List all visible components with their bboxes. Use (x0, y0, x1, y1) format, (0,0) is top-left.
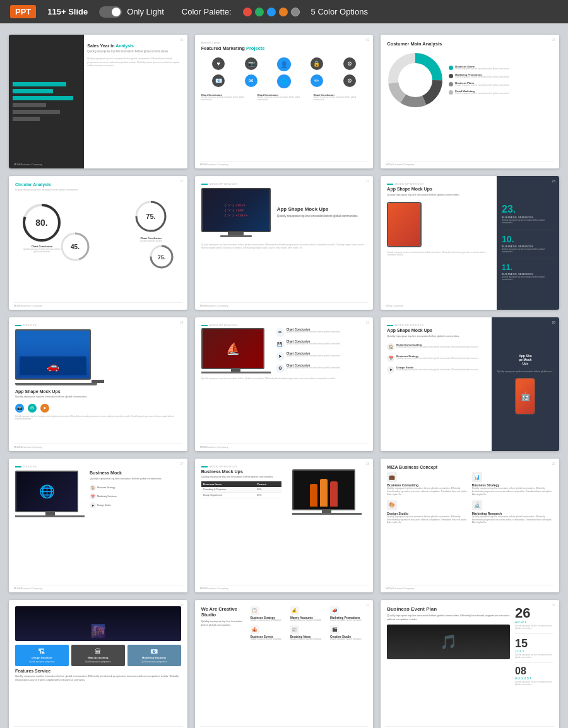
slide-11[interactable]: 28 Mock Up Devices Business Mock Ups Qui… (195, 459, 374, 592)
date-3-month: AUGUST (515, 676, 553, 680)
slide-9-feat-text-1: Business Consulting Quickly repurpose to… (396, 343, 478, 349)
slide-10-inner: 27 Devices 🌐 Business Mock Quickly re (9, 459, 187, 592)
slide-6-footer: MIZA Company (386, 304, 403, 307)
svg-text:75.: 75. (157, 254, 165, 261)
stat-1: 23. Business Services Quickly repurpose … (502, 204, 554, 225)
slide-3-title: Costumer Main Analysis (387, 41, 553, 47)
dot-gray[interactable] (291, 8, 300, 16)
topbar: PPT 115+ Slide Only Light Color Palette:… (0, 0, 568, 23)
legend-item-2: Marketing Promotions Quickly repurpose t… (449, 73, 509, 79)
slide-9-features: 🏠 Business Consulting Quickly repurpose … (387, 343, 485, 373)
feature-icon-3: ➤ (276, 352, 285, 361)
biz-item-4: 🔬 Marketing Research Quickly repurpose t… (472, 500, 553, 525)
feat-sym-10-1: 🏠 (91, 486, 95, 490)
slide-14[interactable]: 31 We Are Creative Studio Quickly repurp… (195, 600, 374, 728)
boat-bg: ⛵ (203, 329, 263, 368)
stat-3-num: 11. (502, 264, 554, 271)
studio-item-4: 🎪 Business Events Quickly repurpose top-… (251, 625, 287, 641)
slide-10-feat-icon-1: 🏠 (90, 484, 96, 491)
bar-6 (13, 117, 80, 121)
dot-blue[interactable] (267, 8, 276, 16)
studio-icon-3: 📣 (330, 606, 339, 615)
slide-5[interactable]: 22 Mock Up Devices {'>'} <div>{'>'} code… (195, 176, 374, 310)
slide-7[interactable]: 24 Devices 🚗 App Shape Mock Ups Quickly … (9, 317, 187, 451)
slide-4[interactable]: 21 Circular Analysis Quickly repurpose t… (9, 176, 187, 310)
slide-10[interactable]: 27 Devices 🌐 Business Mock Quickly re (9, 459, 187, 592)
slide-12-inner: 29 MIZA Business Concept 💼 Business Cons… (381, 459, 559, 592)
car-shape: 🚗 (20, 356, 86, 375)
slide-4-inner: 21 Circular Analysis Quickly repurpose t… (9, 176, 187, 310)
slide-1-text: Sales Year in Analysis Quickly repurpose… (87, 44, 184, 68)
legend-item-4: Email Marketing Quickly repurpose top-li… (449, 90, 509, 95)
service-icon-3: 📧 (150, 648, 158, 655)
slide-13[interactable]: 30 🌆 🏗 Design Structure Quickly repurpos… (9, 600, 187, 728)
tablet-frame (387, 202, 422, 247)
slide-15[interactable]: 32 Business Event Plan Quickly repurpose… (381, 600, 559, 728)
icon-circle-dark-3: 🔒 (311, 57, 323, 70)
studio-desc-5: Quickly repurpose top-line innovation (290, 638, 327, 641)
slide-1[interactable]: Sales Year in Analysis Quickly repurpose… (9, 35, 187, 168)
svg-text:45.: 45. (71, 244, 80, 250)
feature-icon-2: 💾 (276, 340, 285, 349)
chart-label-3: Chart Conclusion Quickly repurpose top-l… (313, 93, 367, 102)
slide-7-section: Devices (15, 324, 181, 327)
service-icon-1: 🏗 (38, 648, 45, 655)
slide-12[interactable]: 29 MIZA Business Concept 💼 Business Cons… (381, 459, 559, 592)
slide-9-feat-icon-2: 📅 (387, 355, 394, 362)
slide-15-num: 32 (552, 603, 555, 607)
feat-sym-3: ➤ (389, 367, 393, 372)
slide-4-subtitle: Quickly repurpose top-line innovation be… (15, 189, 181, 191)
laptop-screen: 🚗 (15, 329, 91, 380)
studio-desc-3: Quickly repurpose top-line innovation (330, 619, 367, 622)
slide-10-text: Business Mock Quickly repurpose top-line… (90, 471, 162, 508)
studio-item-6: 🎬 Creative Studio Quickly repurpose top-… (330, 625, 367, 641)
feat-sym-2: 📅 (389, 356, 393, 360)
slide-9-right-title: App Shape MockUps (519, 354, 531, 365)
slide-12-num: 29 (552, 462, 555, 466)
studio-icon-6: 🎬 (330, 625, 339, 634)
feature-content-4: Chart Conclusion Quickly repurpose top-l… (287, 364, 341, 370)
slide-2-inner: 02 Business Canvas Featured Marketing Pr… (195, 35, 374, 168)
slide-9-feature-1: 🏠 Business Consulting Quickly repurpose … (387, 343, 485, 351)
slides-grid: Sales Year in Analysis Quickly repurpose… (0, 23, 568, 728)
date-2-month: JULY (515, 649, 553, 653)
table-row-2-col-1: Design Department (201, 492, 256, 498)
city-icon: 🌆 (90, 623, 106, 638)
slide-5-text: App Shape Mock Ups Quickly repurpose top… (277, 206, 358, 219)
boat-icon: ⛵ (226, 342, 240, 356)
dot-green[interactable] (255, 8, 264, 16)
dot-red[interactable] (243, 8, 252, 16)
globe-base (15, 515, 85, 517)
bar-4 (13, 103, 80, 107)
slide-2[interactable]: 02 Business Canvas Featured Marketing Pr… (195, 35, 374, 168)
feature-desc-3: Quickly repurpose top-line innovation be… (287, 355, 341, 358)
monitor-base (220, 235, 252, 237)
slide-3[interactable]: 03 Costumer Main Analysis (381, 35, 559, 168)
studio-icon-2: 💰 (290, 606, 299, 615)
slide-8[interactable]: 25 Mock Up Devices ⛵ ✏ (195, 317, 374, 451)
table-row-1-col-1: Consulting & Projection (201, 487, 256, 493)
svg-point-5 (403, 68, 428, 93)
slide-10-num: 27 (180, 462, 184, 466)
biz-icon-2-sym: 📊 (474, 474, 480, 480)
feat-text-10-2: Marketing Solutions (97, 495, 117, 498)
code-text: {'>'} <div>{'>'} code{'>'} </div> (225, 203, 247, 218)
service-label-2: Main Accounting (88, 656, 108, 659)
slide-15-content: Business Event Plan Quickly repurpose to… (387, 606, 553, 686)
feature-item-1: ✏ Chart Conclusion Quickly repurpose top… (276, 328, 341, 337)
bar-3 (13, 96, 80, 100)
date-3-desc: Quickly repurpose top-line innovation be… (515, 681, 553, 686)
globe-monitor: 🌐 (15, 471, 78, 512)
biz-icon-3-sym: 🎨 (389, 502, 395, 508)
slide-9-feat-text-3: Design Studio Quickly repurpose top-line… (396, 366, 478, 372)
studio-icon-1: 📋 (251, 606, 259, 615)
slide-9-body: Quickly repurpose top-line innovation be… (387, 334, 485, 338)
slide-6-extra: Quickly repurpose top-line innovation be… (387, 251, 490, 257)
slide-6[interactable]: Mock Up Devices App Shape Mock Ups Quick… (381, 176, 559, 310)
slide-5-extra: Quickly repurpose top-line innovation be… (201, 244, 367, 250)
date-2: 15 JULY Quickly repurpose top-line innov… (515, 638, 553, 659)
dot-orange[interactable] (279, 8, 288, 16)
feature-icon-4-symbol: ⚙ (278, 366, 282, 371)
only-light-toggle[interactable] (99, 6, 122, 18)
slide-9[interactable]: Mock Up Devices App Shape Mock Ups Quick… (381, 317, 559, 451)
